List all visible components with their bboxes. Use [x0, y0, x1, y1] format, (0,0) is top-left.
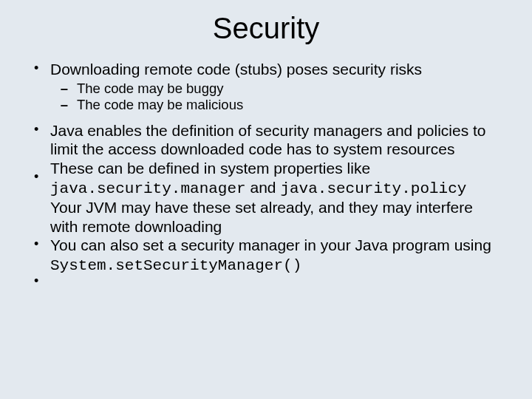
bullet-dot: • [34, 168, 38, 185]
bullet-text: Downloading remote code (stubs) poses se… [50, 60, 502, 79]
code-set-security-manager: System.setSecurityManager() [50, 257, 301, 274]
para-3mid: and [246, 179, 281, 196]
sub-text: The code may be buggy [77, 81, 502, 98]
para-5a: You can also set a security manager in y… [50, 236, 491, 253]
bullet-dot: • [30, 60, 50, 77]
sub-item-2: – The code may be malicious [30, 97, 502, 114]
code-java-security-policy: java.security.policy [280, 180, 466, 197]
bullet-stack: • • • • Java enables the definition of s… [30, 121, 502, 276]
bullet-dot: • [34, 121, 38, 138]
bullet-dot: • [34, 236, 38, 253]
para-4: Your JVM may have these set already, and… [50, 199, 473, 235]
slide-body: • Downloading remote code (stubs) poses … [30, 60, 502, 276]
stack-text: Java enables the definition of security … [50, 121, 502, 276]
sub-item-1: – The code may be buggy [30, 81, 502, 98]
dash-icon: – [30, 97, 77, 114]
para-2: Java enables the definition of security … [50, 122, 486, 158]
slide-title: Security [30, 12, 502, 45]
bullet-item-1: • Downloading remote code (stubs) poses … [30, 60, 502, 79]
para-3a: These can be defined in system propertie… [50, 160, 370, 177]
bullet-dot: • [34, 273, 38, 290]
slide: Security • Downloading remote code (stub… [0, 0, 532, 399]
sub-list: – The code may be buggy – The code may b… [30, 81, 502, 114]
dash-icon: – [30, 81, 77, 98]
code-java-security-manager: java.security.manager [50, 180, 246, 197]
sub-text: The code may be malicious [77, 97, 502, 114]
